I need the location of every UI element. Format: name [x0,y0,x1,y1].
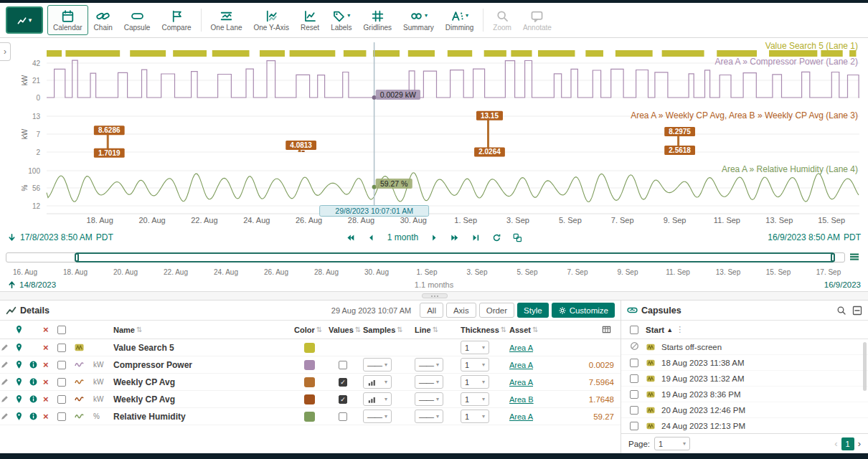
toolbar-button-chain[interactable]: Chain [88,5,118,35]
range-duration[interactable]: 1 month [387,232,418,242]
column-thickness[interactable]: Thickness⇅ [461,326,509,334]
overview-slider-selection[interactable] [75,252,834,262]
select-checkbox[interactable] [57,395,66,404]
values-checkbox[interactable]: ✓ [339,395,347,404]
pin-icon[interactable] [14,360,29,369]
capsule-row[interactable]: 18 Aug 2023 11:38 AM [621,355,868,371]
column-line[interactable]: Line⇅ [415,326,461,334]
slider-left-handle[interactable] [75,253,79,262]
toolbar-button-compare[interactable]: Compare [156,5,197,35]
trend-view-selector-button[interactable]: ▾ [6,6,43,34]
select-checkbox[interactable] [57,412,66,421]
capsule-row[interactable]: 19 Aug 2023 8:36 PM [621,387,868,402]
step-forward-icon[interactable] [430,233,439,242]
style-button[interactable]: Style [517,303,549,318]
customize-button[interactable]: Customize [552,303,615,318]
all-button[interactable]: All [420,303,443,318]
asset-link[interactable]: Area B [509,395,534,404]
remove-icon[interactable]: × [43,394,57,404]
order-button[interactable]: Order [479,303,514,318]
toolbar-button-dimming[interactable]: ▾Dimming [440,5,479,35]
pin-all-icon[interactable] [14,325,29,334]
overview-slider-track[interactable] [6,252,845,262]
info-icon[interactable] [29,360,43,369]
fast-backward-icon[interactable] [346,233,355,242]
item-name[interactable]: Compressor Power [113,360,294,370]
edit-icon[interactable] [0,394,14,404]
panel-resize-divider[interactable] [0,291,868,301]
capsule-time-toggle-button[interactable] [846,252,862,263]
investigate-start[interactable]: 14/8/2023 [7,280,56,289]
capsule-row[interactable]: 24 Aug 2023 12:13 PM [621,418,868,434]
toolbar-button-summary[interactable]: ▾Summary [397,5,440,35]
fast-forward-icon[interactable] [450,233,460,242]
step-backward-icon[interactable] [367,233,376,242]
asset-link[interactable]: Area A [509,378,533,387]
pin-icon[interactable] [14,412,29,421]
asset-link[interactable]: Area A [509,412,533,421]
column-menu-icon[interactable]: ⋮ [676,325,684,334]
edit-icon[interactable] [0,377,14,387]
toolbar-button-labels[interactable]: ▾Labels [325,5,357,35]
line-select[interactable]: ——▾ [415,375,443,389]
search-icon[interactable] [836,306,846,316]
line-select[interactable]: ——▾ [415,392,443,406]
samples-select[interactable]: ——▾ [363,410,392,423]
samples-select[interactable]: ▾ [363,392,392,406]
samples-select[interactable]: ▾ [363,375,392,389]
color-swatch[interactable] [304,343,315,353]
capsules-select-all-checkbox[interactable] [630,326,638,334]
collapse-panel-icon[interactable] [852,306,862,316]
capsule-row[interactable]: 20 Aug 2023 12:46 PM [621,402,868,418]
values-checkbox[interactable] [339,361,347,369]
toolbar-button-one-y-axis[interactable]: One Y-Axis [248,5,295,35]
expand-sidebar-button[interactable]: › [0,42,11,61]
select-checkbox[interactable] [57,361,66,369]
pin-icon[interactable] [14,377,29,387]
line-select[interactable]: ——▾ [415,410,443,423]
remove-all-icon[interactable]: × [43,325,57,334]
select-checkbox[interactable] [57,378,66,387]
item-name[interactable]: Weekly CP Avg [113,377,294,387]
remove-icon[interactable]: × [43,412,57,421]
column-samples[interactable]: Samples⇅ [363,326,415,334]
divider-grip[interactable] [422,293,448,298]
thickness-select[interactable]: 1▾ [461,410,489,423]
capsule-row[interactable]: Starts off-screen [621,339,868,355]
capsule-checkbox[interactable] [630,374,638,383]
page-size-select[interactable]: 1▾ [654,437,690,450]
skip-to-end-icon[interactable] [471,233,481,242]
pin-icon[interactable] [14,343,29,352]
thickness-select[interactable]: 1▾ [461,375,489,389]
remove-icon[interactable]: × [43,377,57,387]
capsule-row[interactable]: 19 Aug 2023 11:32 AM [621,371,868,387]
line-select[interactable]: ——▾ [415,358,443,372]
samples-select[interactable]: ——▾ [363,358,392,372]
toolbar-button-calendar[interactable]: Calendar [47,5,88,35]
asset-link[interactable]: Area A [509,361,533,369]
info-icon[interactable] [29,377,43,387]
trend-chart[interactable]: 4221013721005612kWkW%Value Search 5 (Lan… [0,38,868,228]
capsule-checkbox[interactable] [630,406,638,415]
axis-button[interactable]: Axis [446,303,476,318]
toolbar-button-reset[interactable]: Reset [295,5,325,35]
prev-page-button[interactable]: ‹ [834,438,837,449]
slider-right-handle[interactable] [831,253,835,262]
select-checkbox[interactable] [57,344,66,352]
thickness-select[interactable]: 1▾ [461,358,489,372]
capsules-scrollbar[interactable] [863,342,867,391]
range-start-text[interactable]: 17/8/2023 8:50 AM [20,232,93,242]
column-values[interactable]: Values⇅ [329,326,363,334]
add-column-icon[interactable] [572,325,621,334]
item-name[interactable]: Value Search 5 [113,343,294,353]
range-start-arrow-icon[interactable] [7,233,16,242]
column-name[interactable]: Name⇅ [113,326,294,334]
capsule-checkbox[interactable] [630,390,638,399]
duplicate-range-icon[interactable] [513,233,522,242]
color-swatch[interactable] [304,377,315,387]
column-color[interactable]: Color⇅ [294,326,329,334]
next-page-button[interactable]: › [858,438,861,449]
column-start[interactable]: Start [646,326,664,334]
edit-icon[interactable] [0,343,14,352]
column-asset[interactable]: Asset⇅ [509,326,572,334]
